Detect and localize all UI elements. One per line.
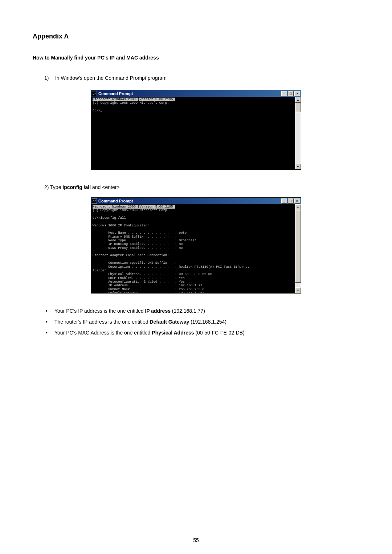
- minimize-button[interactable]: _: [281, 91, 287, 96]
- page-number: 55: [0, 537, 392, 543]
- step-2-suffix: and <enter>: [91, 184, 119, 190]
- cmd-icon: C:\: [92, 198, 97, 204]
- scroll-up-icon[interactable]: ▲: [295, 204, 301, 210]
- bullet-physical-address: Your PC's MAC Address is the one entitle…: [54, 330, 359, 336]
- minimize-button[interactable]: _: [281, 198, 287, 204]
- scroll-track[interactable]: [295, 283, 301, 287]
- scrollbar[interactable]: ▲ ▼: [295, 97, 301, 169]
- scroll-track[interactable]: [295, 112, 301, 164]
- titlebar: C:\ Command Prompt _ □ ×: [91, 90, 301, 97]
- maximize-button[interactable]: □: [288, 91, 294, 96]
- terminal-output-1: Microsoft Windows 2000 [Version 5.00.219…: [91, 97, 295, 169]
- scrollbar[interactable]: ▲ ▼: [295, 204, 301, 293]
- command-prompt-window-2: C:\ Command Prompt _ □ × Microsoft Windo…: [91, 197, 301, 294]
- step-2-prefix: 2) Type: [44, 184, 62, 190]
- bullet-default-gateway: The router's IP address is the one entit…: [54, 319, 359, 325]
- bullet-list: Your PC's IP address is the one entitled…: [54, 308, 359, 336]
- section-subheading: How to Manually find your PC's IP and MA…: [33, 55, 359, 61]
- window-title: Command Prompt: [98, 91, 281, 96]
- step-1-text: In Window's open the Command Prompt prog…: [55, 75, 167, 81]
- scroll-thumb[interactable]: [295, 103, 301, 112]
- terminal-output-2: Microsoft Windows 2000 [Version 5.00.219…: [91, 204, 295, 293]
- command-prompt-window-1: C:\ Command Prompt _ □ × Microsoft Windo…: [91, 90, 301, 170]
- scroll-down-icon[interactable]: ▼: [295, 287, 301, 293]
- scroll-up-icon[interactable]: ▲: [295, 97, 301, 103]
- window-title: Command Prompt: [98, 199, 281, 203]
- step-1: 1) In Window's open the Command Prompt p…: [44, 75, 359, 81]
- titlebar: C:\ Command Prompt _ □ ×: [91, 198, 301, 204]
- close-button[interactable]: ×: [294, 198, 300, 204]
- step-2-cmd: Ipconfig /all: [62, 184, 91, 190]
- cmd-icon: C:\: [92, 91, 97, 96]
- scroll-down-icon[interactable]: ▼: [295, 164, 301, 169]
- appendix-heading: Appendix A: [33, 33, 359, 40]
- close-button[interactable]: ×: [294, 91, 300, 96]
- scroll-thumb[interactable]: [295, 210, 301, 283]
- maximize-button[interactable]: □: [288, 198, 294, 204]
- step-2: 2) Type Ipconfig /all and <enter>: [44, 184, 359, 190]
- bullet-ip-address: Your PC's IP address is the one entitled…: [54, 308, 359, 314]
- step-1-num: 1): [44, 75, 54, 81]
